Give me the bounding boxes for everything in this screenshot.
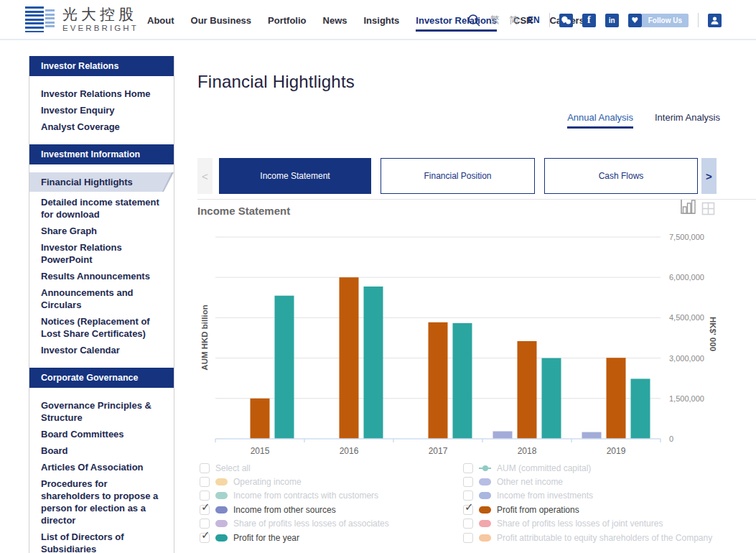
- sidebar-item-governance-principles-structure[interactable]: Governance Principles & Structure: [29, 399, 174, 424]
- member-login-icon[interactable]: [708, 14, 722, 27]
- nav-link-news[interactable]: News: [323, 0, 347, 40]
- legend-item-other-net-income[interactable]: Other net income: [463, 475, 712, 488]
- chart-legend-column-1: Select allOperating incomeIncome from co…: [200, 461, 389, 544]
- sidebar-item-financial-hightlights-selected[interactable]: Financial Hightlights: [29, 172, 174, 192]
- legend-checkbox[interactable]: ✓: [200, 505, 210, 515]
- legend-color-swatch: [479, 478, 491, 485]
- sidebar-item-investor-relations-home[interactable]: Investor Relations Home: [29, 88, 174, 100]
- bar-profit-for-the-year-2016: [364, 287, 383, 439]
- legend-item-share-of-profits-less-losses-of-associates[interactable]: Share of profits less losses of associat…: [200, 517, 389, 531]
- sidebar-item-investor-enquiry[interactable]: Investor Enquiry: [29, 104, 174, 116]
- sidebar-item-results-announcements[interactable]: Results Announcements: [29, 270, 174, 282]
- nav-link-label: Insights: [363, 15, 399, 26]
- sidebar-item-board-committees[interactable]: Board Committees: [29, 428, 174, 440]
- everbright-logo-icon: [25, 5, 55, 34]
- legend-item-profit-from-operations[interactable]: ✓Profit from operations: [463, 503, 712, 516]
- follow-us-button[interactable]: ♥ Follow Us: [628, 14, 689, 27]
- active-tab-underline: [567, 126, 633, 129]
- sidebar-item-share-graph[interactable]: Share Graph: [29, 225, 174, 237]
- sidebar-item-investor-calendar[interactable]: Investor Calendar: [29, 344, 174, 356]
- legend-checkbox[interactable]: [200, 519, 210, 529]
- x-axis-category-label: 2017: [429, 446, 448, 456]
- legend-color-swatch: [215, 492, 228, 499]
- carousel-button-financial-position[interactable]: Financial Position: [381, 158, 535, 194]
- sidebar-item-procedures-for-shareholders-to-propose-a-person-for-election-as-a-director[interactable]: Procedures for shareholders to propose a…: [29, 478, 174, 526]
- legend-item-share-of-profits-less-losses-of-joint-ventures[interactable]: Share of profits less losses of joint ve…: [463, 517, 712, 531]
- carousel-prev-button[interactable]: <: [197, 158, 213, 194]
- legend-checkbox[interactable]: ✓: [463, 505, 473, 515]
- sidebar-item-board[interactable]: Board: [29, 445, 174, 457]
- legend-color-swatch: [479, 534, 491, 542]
- legend-item-profit-attributable-to-equity-shareholders-of-the-company[interactable]: Profit attributable to equity shareholde…: [463, 531, 712, 544]
- carousel-button-cash-flows[interactable]: Cash Flows: [544, 158, 698, 194]
- follow-us-label: Follow Us: [642, 14, 689, 27]
- linkedin-icon[interactable]: in: [605, 14, 619, 27]
- divider: [549, 13, 550, 27]
- chart-view-icon[interactable]: [679, 198, 696, 215]
- bar-profit-from-operations-2015: [251, 399, 270, 439]
- legend-item-income-from-investments[interactable]: Income from investments: [463, 489, 712, 503]
- tab-annual-analysis[interactable]: Annual Analysis: [567, 112, 633, 129]
- nav-link-about[interactable]: About: [147, 0, 174, 40]
- search-icon[interactable]: [467, 14, 481, 27]
- legend-color-swatch: [215, 478, 228, 485]
- sidebar-item-analyst-coverage[interactable]: Analyst Coverage: [29, 121, 174, 133]
- lang-simplified-chinese[interactable]: 简: [509, 14, 518, 27]
- bar-income-from-other-sources-2018: [493, 432, 513, 439]
- lang-traditional-chinese[interactable]: 繁: [490, 14, 500, 27]
- legend-color-swatch: [479, 506, 491, 514]
- legend-item-label: Operating income: [233, 477, 302, 487]
- legend-item-select-all[interactable]: Select all: [200, 461, 389, 475]
- nav-link-our-business[interactable]: Our Business: [191, 0, 252, 40]
- sidebar-item-list-of-directors-of-subsidiaries[interactable]: List of Directors of Subsidiaries: [29, 531, 174, 553]
- nav-link-insights[interactable]: Insights: [363, 0, 399, 40]
- facebook-icon[interactable]: f: [582, 14, 596, 27]
- sidebar-item-detailed-income-statement-for-download[interactable]: Detailed income statement for download: [29, 196, 174, 220]
- legend-checkbox[interactable]: [463, 463, 473, 473]
- legend-checkbox[interactable]: [200, 463, 210, 473]
- legend-item-income-from-other-sources[interactable]: ✓Income from other sources: [200, 503, 389, 516]
- tab-interim-analysis[interactable]: Interim Analysis: [655, 112, 720, 129]
- legend-checkbox[interactable]: [200, 477, 210, 487]
- y-axis-tick-label: 6,000,000: [669, 273, 704, 282]
- sidebar-item-announcements-and-circulars[interactable]: Announcements and Circulars: [29, 287, 174, 311]
- left-axis-title: AUM HKD billion: [200, 305, 209, 370]
- y-axis-tick-label: 0: [669, 434, 673, 443]
- bar-profit-for-the-year-2015: [275, 296, 294, 439]
- nav-link-label: Our Business: [191, 15, 252, 26]
- legend-checkbox[interactable]: [200, 491, 210, 501]
- everbright-logo[interactable]: 光大控股 EVERBRIGHT: [25, 5, 139, 34]
- legend-item-operating-income[interactable]: Operating income: [200, 475, 389, 488]
- legend-item-aum-committed-capital[interactable]: AUM (committed capital): [463, 461, 712, 475]
- sidebar-section-corporate-governance[interactable]: Corporate Governance: [29, 368, 174, 388]
- legend-checkbox[interactable]: ✓: [200, 533, 210, 543]
- nav-utilities: 繁 简 EN f in ♥ Follow Us: [467, 0, 722, 40]
- sidebar-section-investment-information[interactable]: Investment Information: [29, 144, 174, 164]
- legend-item-income-from-contracts-with-customers[interactable]: Income from contracts with customers: [200, 489, 389, 503]
- income-statement-chart: 01,500,0003,000,0004,500,0006,000,0007,5…: [197, 226, 717, 467]
- legend-color-swatch: [215, 534, 228, 542]
- divider: [197, 199, 756, 200]
- carousel-next-button[interactable]: >: [701, 158, 717, 194]
- bar-profit-from-operations-2016: [340, 277, 359, 439]
- nav-link-portfolio[interactable]: Portfolio: [268, 0, 306, 40]
- sidebar-item-notices-replacement-of-lost-share-certificates[interactable]: Notices (Replacement of Lost Share Certi…: [29, 315, 174, 340]
- table-view-icon[interactable]: [701, 202, 715, 215]
- nav-link-label: Portfolio: [268, 15, 306, 26]
- carousel-button-income-statement[interactable]: Income Statement: [219, 158, 371, 194]
- legend-checkbox[interactable]: [463, 519, 473, 529]
- sidebar-item-articles-of-association[interactable]: Articles Of Association: [29, 461, 174, 473]
- legend-item-profit-for-the-year[interactable]: ✓Profit for the year: [200, 531, 389, 544]
- y-axis-tick-label: 1,500,000: [669, 394, 704, 403]
- legend-item-label: Income from investments: [497, 491, 593, 501]
- legend-checkbox[interactable]: [463, 533, 473, 543]
- lang-english[interactable]: EN: [528, 15, 540, 25]
- legend-checkbox[interactable]: [463, 477, 473, 487]
- sidebar-section-investor-relations[interactable]: Investor Relations: [29, 56, 174, 76]
- chart-section-title: Income Statement: [197, 205, 290, 217]
- legend-checkbox[interactable]: [463, 491, 473, 501]
- sidebar-item-investor-relations-powerpoint[interactable]: Investor Relations PowerPoint: [29, 241, 174, 266]
- legend-color-swatch: [479, 520, 491, 527]
- top-navigation-bar: 光大控股 EVERBRIGHT AboutOur BusinessPortfol…: [0, 0, 756, 40]
- wechat-icon[interactable]: [559, 14, 573, 27]
